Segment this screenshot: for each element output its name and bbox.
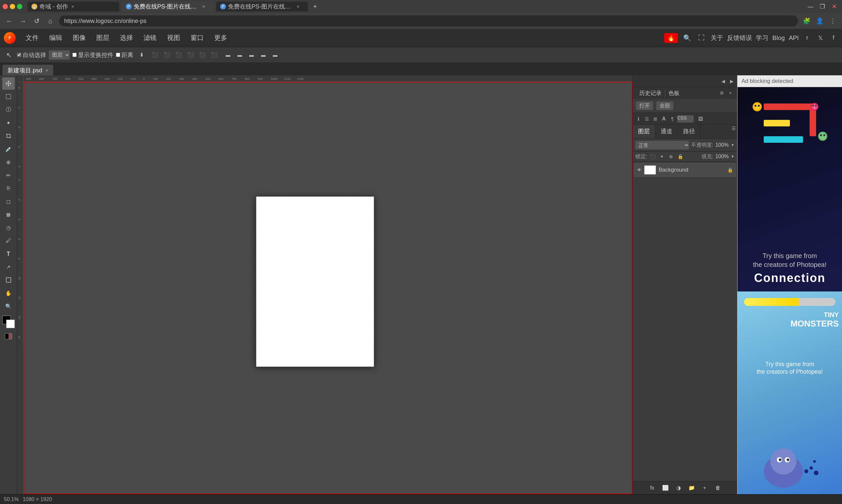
tool-move[interactable] <box>2 77 15 90</box>
header-feedback[interactable]: 反馈错误 <box>727 34 752 42</box>
tool-pen[interactable]: 🖊 <box>2 234 15 247</box>
twitter-icon[interactable]: 𝕏 <box>816 33 825 42</box>
doc-tab-close[interactable]: × <box>46 68 48 73</box>
opacity-dropdown-btn[interactable]: ▼ <box>731 143 735 147</box>
header-blog[interactable]: Blog <box>772 34 785 41</box>
align-top-btn[interactable]: ⬛ <box>185 50 196 60</box>
tool-hand[interactable]: ✋ <box>2 287 15 299</box>
move-tool-btn[interactable]: ↖ <box>3 50 14 60</box>
layers-panel-menu-btn[interactable]: ☰ <box>730 125 737 132</box>
dist-center-v-btn[interactable]: ▬ <box>270 50 281 60</box>
back-button[interactable]: ← <box>4 16 14 26</box>
panel-image-icon[interactable]: 🖼 <box>697 115 704 123</box>
layers-tab-layers[interactable]: 图层 <box>633 125 655 139</box>
tool-text[interactable]: T <box>2 248 15 260</box>
tool-gradient[interactable]: ▦ <box>2 208 15 221</box>
dist-top-btn[interactable]: ▬ <box>258 50 269 60</box>
tab-close-1[interactable]: × <box>202 4 205 9</box>
canvas-area[interactable] <box>23 82 632 494</box>
ad-game2[interactable]: TINY MONSTERS Try this game from the cre… <box>737 291 842 494</box>
tool-zoom[interactable]: 🔍 <box>2 300 15 312</box>
lock-artboard-btn[interactable]: ⊕ <box>667 153 675 160</box>
layer-new-btn[interactable]: + <box>700 483 709 492</box>
browser-tab-0[interactable]: ✦ 奇域 - 创作 × <box>28 2 119 12</box>
tab-close-2[interactable]: × <box>297 4 299 9</box>
home-button[interactable]: ⌂ <box>45 16 56 26</box>
tab-close-0[interactable]: × <box>71 4 74 9</box>
auto-select-label[interactable]: 自动选择 <box>17 51 46 59</box>
menu-image[interactable]: 图像 <box>68 32 90 44</box>
color-swatches[interactable] <box>2 316 15 328</box>
close-window-btn[interactable] <box>3 4 8 9</box>
menu-more[interactable]: 更多 <box>210 32 232 44</box>
tool-brush[interactable]: ✏ <box>2 169 15 181</box>
distance-checkbox[interactable] <box>116 53 120 57</box>
new-tab-button[interactable]: + <box>310 2 320 11</box>
panel-close-btn[interactable]: × <box>727 89 734 96</box>
layer-group-btn[interactable]: 📁 <box>687 483 696 492</box>
fullscreen-button[interactable]: ⛶ <box>696 33 707 43</box>
all-btn[interactable]: 全部 <box>656 102 673 110</box>
background-color[interactable] <box>6 320 15 328</box>
menu-file[interactable]: 文件 <box>21 32 43 44</box>
layer-delete-btn[interactable]: 🗑 <box>713 483 722 492</box>
fill-dropdown-btn[interactable]: ▼ <box>731 154 735 159</box>
doc-tab-0[interactable]: 新建项目.psd × <box>3 65 53 75</box>
css-btn[interactable]: CSS <box>677 115 694 123</box>
header-learn[interactable]: 学习 <box>756 34 768 42</box>
lock-pixels-btn[interactable]: ⬛ <box>649 153 656 160</box>
browser-tab-2[interactable]: P 免费在线PS-图片在线编辑PSD文... × <box>216 2 308 12</box>
align-bottom-btn[interactable]: ⬛ <box>209 50 220 60</box>
panel-collapse-btn[interactable]: ◀ <box>719 78 727 85</box>
tool-magic-wand[interactable]: ✦ <box>2 116 15 129</box>
reddit-icon[interactable]: r <box>803 33 812 42</box>
minimize-window-btn[interactable] <box>10 4 15 9</box>
maximize-window-btn[interactable] <box>17 4 22 9</box>
dist-right-btn[interactable]: ▬ <box>246 50 257 60</box>
forward-button[interactable]: → <box>18 16 28 26</box>
show-transform-checkbox[interactable] <box>72 53 77 57</box>
align-right-btn[interactable]: ⬛ <box>173 50 184 60</box>
color-board-tab[interactable]: 色板 <box>665 89 683 97</box>
promo-button[interactable]: 🔥 <box>664 33 678 43</box>
tool-eraser[interactable]: ◻ <box>2 195 15 208</box>
panel-align-icon[interactable]: ☰ <box>643 115 650 123</box>
align-left-btn[interactable]: ⬛ <box>150 50 161 60</box>
tool-eyedropper[interactable]: 💉 <box>2 143 15 155</box>
menu-select[interactable]: 选择 <box>115 32 138 44</box>
reload-button[interactable]: ↺ <box>32 16 42 26</box>
layer-visibility-icon[interactable]: 👁 <box>637 167 642 173</box>
tool-quick-mask[interactable] <box>2 330 15 343</box>
menu-window[interactable]: 窗口 <box>186 32 208 44</box>
panel-info-icon[interactable]: ℹ <box>635 115 642 123</box>
ad-game1[interactable]: Try this game from the creators of Photo… <box>737 87 842 291</box>
blend-mode-select[interactable]: 正常 <box>635 141 689 149</box>
menu-edit[interactable]: 编辑 <box>44 32 67 44</box>
lock-all-btn[interactable]: 🔒 <box>677 153 684 160</box>
dist-left-btn[interactable]: ▬ <box>222 50 233 60</box>
layers-tab-channels[interactable]: 通道 <box>655 125 678 139</box>
distance-label[interactable]: 距离 <box>116 51 133 59</box>
minimize-btn[interactable]: — <box>805 1 816 12</box>
tool-clone[interactable]: ⎘ <box>2 182 15 195</box>
browser-tab-1[interactable]: P 免费在线PS-图片在线编辑PSD文... × <box>122 2 214 12</box>
menu-filter[interactable]: 滤镜 <box>139 32 161 44</box>
tool-select-rect[interactable] <box>2 90 15 103</box>
layer-fx-btn[interactable]: fx <box>648 483 657 492</box>
dist-center-h-btn[interactable]: ▬ <box>234 50 245 60</box>
restore-btn[interactable]: ❐ <box>817 1 828 12</box>
tool-dodge[interactable]: ◷ <box>2 221 15 234</box>
extensions-btn[interactable]: 🧩 <box>801 16 812 26</box>
facebook-icon[interactable]: f <box>829 33 838 42</box>
header-about[interactable]: 关于 <box>711 34 723 42</box>
panel-adjust-icon[interactable]: ⊞ <box>652 115 659 123</box>
search-button[interactable]: 🔍 <box>682 33 692 43</box>
open-btn[interactable]: 打开 <box>636 102 653 110</box>
layer-adjust-btn[interactable]: ◑ <box>674 483 683 492</box>
align-center-h-btn[interactable]: ⬛ <box>161 50 173 60</box>
layer-item-background[interactable]: 👁 Background 🔒 <box>634 163 736 177</box>
show-transform-label[interactable]: 显示变换控件 <box>72 51 113 59</box>
layers-tab-paths[interactable]: 路径 <box>678 125 700 139</box>
tool-lasso[interactable]: ⓛ <box>2 104 15 116</box>
layer-mask-btn[interactable]: ⬜ <box>661 483 670 492</box>
